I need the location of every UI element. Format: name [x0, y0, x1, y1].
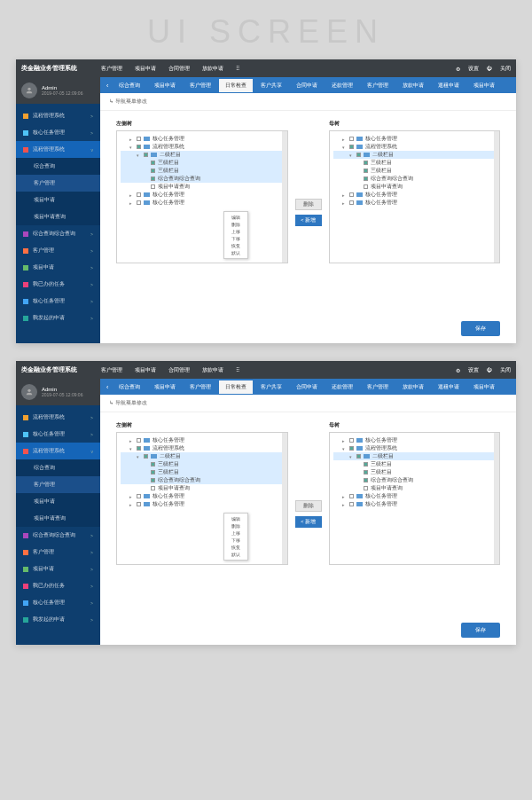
gear-icon[interactable]: ⚙	[454, 366, 461, 373]
tree-node[interactable]: ▸核心任务管理	[333, 191, 497, 199]
sidebar-item[interactable]: 项目申请	[16, 192, 100, 208]
tree-node[interactable]: 三级栏目	[121, 159, 284, 167]
checkbox[interactable]	[349, 494, 354, 498]
sidebar-item[interactable]: 综合查询	[16, 459, 100, 476]
checkbox[interactable]	[364, 462, 368, 467]
apps-icon[interactable]: ⠿	[236, 65, 239, 73]
tree-node[interactable]: ▾二级栏目	[333, 452, 497, 460]
sidebar-item[interactable]: 我发起的申请>	[16, 310, 100, 326]
checkbox[interactable]	[151, 462, 155, 467]
tree-toggle-icon[interactable]: ▸	[129, 200, 134, 206]
sidebar-item[interactable]: 核心任务管理>	[16, 293, 100, 310]
checkbox[interactable]	[364, 478, 368, 482]
context-menu-item[interactable]: 上移	[224, 529, 247, 537]
tree-node[interactable]: ▸核心任务管理	[333, 436, 497, 444]
tab[interactable]: 放款申请	[396, 79, 430, 92]
context-menu-item[interactable]: 上移	[224, 228, 247, 235]
add-button[interactable]: < 新增	[295, 215, 322, 226]
tab[interactable]: 项目申请	[467, 380, 501, 394]
tab[interactable]: 项目申请	[467, 79, 501, 92]
tree-node[interactable]: ▸核心任务管理	[121, 436, 284, 444]
top-nav-item[interactable]: 放款申请	[202, 366, 223, 374]
tree-node[interactable]: 三级栏目	[121, 468, 284, 476]
save-button[interactable]: 保存	[461, 321, 500, 336]
sidebar-item[interactable]: 我已办的任务>	[16, 276, 100, 293]
tree-node[interactable]: 三级栏目	[333, 468, 497, 476]
context-menu-item[interactable]: 编辑	[224, 515, 247, 522]
sidebar-item[interactable]: 项目申请	[16, 493, 100, 510]
checkbox[interactable]	[364, 486, 368, 490]
sidebar-item[interactable]: 流程管理系统>	[16, 107, 100, 124]
save-button[interactable]: 保存	[461, 623, 500, 638]
top-nav-item[interactable]: 项目申请	[135, 65, 156, 73]
tab[interactable]: 还款管理	[325, 380, 359, 394]
checkbox[interactable]	[137, 438, 141, 443]
checkbox[interactable]	[151, 486, 155, 490]
checkbox[interactable]	[364, 176, 368, 181]
tab[interactable]: 退租申请	[432, 380, 466, 394]
checkbox[interactable]	[349, 446, 354, 451]
tree-node[interactable]: ▸核心任务管理	[121, 135, 284, 143]
sidebar-item[interactable]: 流程管理系统v	[16, 141, 100, 158]
tree-node[interactable]: ▾流程管理系统	[121, 143, 284, 151]
tree-node[interactable]: 综合查询综合查询	[121, 175, 284, 183]
checkbox[interactable]	[364, 169, 368, 173]
tree-node[interactable]: ▸核心任务管理	[121, 500, 284, 508]
checkbox[interactable]	[151, 470, 155, 475]
tree-node[interactable]: 三级栏目	[121, 460, 284, 468]
tree-toggle-icon[interactable]: ▸	[129, 502, 134, 507]
top-nav-item[interactable]: 项目申请	[135, 366, 156, 374]
checkbox[interactable]	[137, 137, 141, 141]
checkbox[interactable]	[144, 454, 148, 459]
checkbox[interactable]	[151, 161, 155, 165]
tab[interactable]: 客户共享	[254, 79, 288, 92]
tree-node[interactable]: ▾流程管理系统	[333, 143, 497, 151]
tab[interactable]: 客户管理	[184, 79, 217, 92]
sidebar-item[interactable]: 综合查询综合查询>	[16, 225, 100, 242]
tree-node[interactable]: 三级栏目	[333, 159, 497, 167]
sidebar-item[interactable]: 客户管理	[16, 476, 100, 493]
tree-toggle-icon[interactable]: ▾	[137, 454, 141, 459]
checkbox[interactable]	[364, 470, 368, 475]
context-menu-item[interactable]: 下移	[224, 537, 247, 544]
context-menu-item[interactable]: 默认	[224, 551, 247, 558]
tree-toggle-icon[interactable]: ▸	[342, 200, 347, 206]
top-nav-item[interactable]: 合同管理	[168, 366, 190, 374]
close-icon[interactable]: ⏻	[486, 65, 493, 72]
sidebar-item[interactable]: 客户管理	[16, 175, 100, 192]
left-tree[interactable]: ▸核心任务管理▾流程管理系统▾二级栏目三级栏目三级栏目综合查询综合查询项目申请查…	[116, 130, 288, 263]
tree-node[interactable]: 综合查询综合查询	[121, 476, 284, 484]
tree-node[interactable]: ▾二级栏目	[333, 151, 497, 159]
checkbox[interactable]	[137, 192, 141, 197]
left-tree[interactable]: ▸核心任务管理▾流程管理系统▾二级栏目三级栏目三级栏目综合查询综合查询项目申请查…	[116, 432, 288, 565]
checkbox[interactable]	[137, 446, 141, 451]
tree-node[interactable]: ▸核心任务管理	[333, 500, 497, 508]
sidebar-item[interactable]: 核心任务管理>	[16, 594, 100, 611]
context-menu-item[interactable]: 恢复	[224, 242, 247, 249]
tab[interactable]: 客户管理	[361, 79, 395, 92]
gear-icon[interactable]: ⚙	[454, 65, 461, 72]
tree-node[interactable]: 综合查询综合查询	[333, 476, 497, 484]
tree-node[interactable]: ▸核心任务管理	[333, 492, 497, 500]
right-tree[interactable]: ▸核心任务管理▾流程管理系统▾二级栏目三级栏目三级栏目综合查询综合查询项目申请查…	[329, 432, 501, 565]
tree-node[interactable]: ▸核心任务管理	[121, 191, 284, 199]
tree-node[interactable]: 项目申请查询	[121, 183, 284, 191]
context-menu-item[interactable]: 编辑	[224, 214, 247, 221]
tree-toggle-icon[interactable]: ▸	[342, 438, 347, 443]
sidebar-item[interactable]: 综合查询综合查询>	[16, 527, 100, 544]
tree-toggle-icon[interactable]: ▾	[129, 446, 134, 451]
sidebar-item[interactable]: 客户管理>	[16, 242, 100, 259]
sidebar-item[interactable]: 综合查询	[16, 158, 100, 175]
tree-toggle-icon[interactable]: ▾	[342, 446, 347, 451]
top-nav-item[interactable]: 客户管理	[101, 366, 122, 374]
tab-scroll-left[interactable]: ‹	[104, 384, 111, 390]
checkbox[interactable]	[151, 176, 155, 181]
tree-toggle-icon[interactable]: ▸	[129, 192, 134, 198]
sidebar-item[interactable]: 我已办的任务>	[16, 577, 100, 594]
tree-toggle-icon[interactable]: ▾	[137, 153, 141, 158]
settings-label[interactable]: 设置	[468, 65, 479, 73]
sidebar-item[interactable]: 流程管理系统v	[16, 443, 100, 459]
context-menu-item[interactable]: 默认	[224, 249, 247, 256]
tab[interactable]: 放款申请	[396, 380, 430, 394]
tab[interactable]: 日常检查	[219, 79, 253, 92]
